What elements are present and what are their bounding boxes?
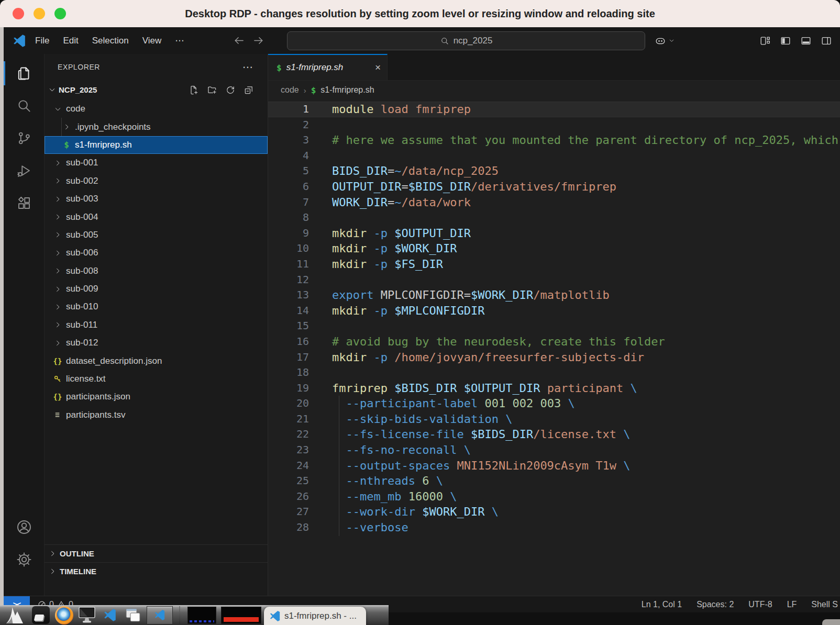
tree-item-participants.json[interactable]: {}participants.json	[45, 388, 268, 406]
tab-s1-fmriprep[interactable]: $ s1-fmriprep.sh ×	[268, 54, 388, 80]
activity-run-debug-button[interactable]	[4, 154, 44, 187]
code-line-11[interactable]: 11mkdir -p $FS_DIR	[268, 256, 840, 272]
code-line-1[interactable]: 1module load fmriprep	[268, 102, 840, 117]
toggle-primary-sidebar-icon[interactable]	[780, 35, 791, 47]
window-preview-1[interactable]	[187, 607, 216, 624]
menu-file[interactable]: File	[35, 36, 49, 46]
tree-item-license.txt[interactable]: license.txt	[45, 370, 268, 388]
tree-item-dataset_description.json[interactable]: {}dataset_description.json	[45, 352, 268, 370]
status-lf[interactable]: LF	[787, 600, 797, 609]
code-line-3[interactable]: 3# here we assume that you mounted the p…	[268, 132, 840, 148]
tree-item-sub-009[interactable]: sub-009	[45, 280, 268, 298]
code-line-19[interactable]: 19fmriprep $BIDS_DIR $OUTPUT_DIR partici…	[268, 381, 840, 396]
toggle-secondary-sidebar-icon[interactable]	[821, 35, 832, 47]
code-line-21[interactable]: 21 --skip-bids-validation \	[268, 411, 840, 427]
tree-item-sub-004[interactable]: sub-004	[45, 208, 268, 226]
tree-item-sub-002[interactable]: sub-002	[45, 172, 268, 190]
code-line-18[interactable]: 18	[268, 365, 840, 381]
activity-settings-button[interactable]	[4, 543, 44, 576]
views-more-actions-icon[interactable]: ⋯	[242, 61, 254, 73]
timeline-panel-header[interactable]: TIMELINE	[45, 562, 268, 580]
code-line-14[interactable]: 14mkdir -p $MPLCONFIGDIR	[268, 303, 840, 319]
code-line-6[interactable]: 6OUTPUT_DIR=$BIDS_DIR/derivatives/fmripr…	[268, 179, 840, 195]
firefox-icon[interactable]	[52, 605, 75, 625]
status-shell[interactable]: Shell S	[811, 600, 838, 609]
code-line-9[interactable]: 9mkdir -p $OUTPUT_DIR	[268, 226, 840, 241]
tree-item-sub-001[interactable]: sub-001	[45, 154, 268, 172]
breadcrumb[interactable]: code › $ s1-fmriprep.sh	[268, 80, 840, 100]
tree-item-sub-010[interactable]: sub-010	[45, 298, 268, 316]
close-window-button[interactable]	[13, 8, 24, 19]
menu-selection[interactable]: Selection	[92, 36, 129, 46]
code-line-28[interactable]: 28 --verbose	[268, 520, 840, 535]
tree-item-sub-005[interactable]: sub-005	[45, 226, 268, 244]
code-line-5[interactable]: 5BIDS_DIR=~/data/ncp_2025	[268, 163, 840, 179]
code-line-23[interactable]: 23 --fs-no-reconall \	[268, 442, 840, 458]
menu-edit[interactable]: Edit	[63, 36, 78, 46]
vscode-active-task-icon[interactable]	[147, 606, 173, 624]
vscode-launcher-icon[interactable]	[98, 605, 121, 625]
code-line-20[interactable]: 20 --participant-label 001 002 003 \	[268, 396, 840, 411]
window-stack-icon[interactable]	[121, 605, 145, 625]
display-settings-icon[interactable]	[75, 605, 98, 625]
window-preview-2[interactable]	[221, 607, 261, 624]
tree-item-.ipynb_checkpoints[interactable]: .ipynb_checkpoints	[45, 118, 268, 136]
status-spaces[interactable]: Spaces: 2	[697, 600, 734, 609]
forward-icon[interactable]	[252, 35, 264, 47]
code-line-26[interactable]: 26 --mem_mb 16000 \	[268, 489, 840, 505]
code-line-27[interactable]: 27 --work-dir $WORK_DIR \	[268, 504, 840, 520]
activity-source-control-button[interactable]	[4, 122, 44, 154]
tree-item-sub-012[interactable]: sub-012	[45, 334, 268, 352]
code-line-25[interactable]: 25 --nthreads 6 \	[268, 473, 840, 489]
code-line-17[interactable]: 17mkdir -p /home/jovyan/freesurfer-subje…	[268, 350, 840, 365]
tree-item-participants.tsv[interactable]: participants.tsv	[45, 406, 268, 424]
activity-search-button[interactable]	[4, 90, 44, 122]
activity-explorer-button[interactable]	[4, 57, 44, 90]
code-line-2[interactable]: 2	[268, 117, 840, 133]
new-file-icon[interactable]	[189, 85, 199, 95]
tree-item-sub-008[interactable]: sub-008	[45, 262, 268, 280]
tree-item-sub-003[interactable]: sub-003	[45, 190, 268, 208]
breadcrumb-file[interactable]: s1-fmriprep.sh	[320, 85, 374, 95]
file-manager-icon[interactable]	[29, 605, 52, 625]
code-line-24[interactable]: 24 --output-spaces MNI152NLin2009cAsym T…	[268, 458, 840, 474]
chevron-down-icon[interactable]	[668, 37, 675, 44]
copilot-icon[interactable]	[655, 35, 666, 47]
tree-item-s1-fmriprep.sh[interactable]: $s1-fmriprep.sh	[45, 136, 268, 154]
code-line-13[interactable]: 13export MPLCONFIGDIR=$WORK_DIR/matplotl…	[268, 287, 840, 303]
menu-view[interactable]: View	[142, 36, 162, 46]
taskbar-window-button[interactable]: s1-fmriprep.sh - ...	[264, 607, 366, 625]
status-utf-8[interactable]: UTF-8	[748, 600, 772, 609]
tree-item-sub-011[interactable]: sub-011	[45, 316, 268, 334]
activity-extensions-button[interactable]	[4, 187, 44, 219]
tree-item-sub-006[interactable]: sub-006	[45, 244, 268, 262]
customize-layout-icon[interactable]	[759, 35, 771, 47]
code-line-10[interactable]: 10mkdir -p $WORK_DIR	[268, 241, 840, 256]
toggle-panel-icon[interactable]	[800, 35, 812, 47]
code-line-12[interactable]: 12	[268, 272, 840, 288]
new-folder-icon[interactable]	[207, 85, 217, 95]
menu-[interactable]: ⋯	[175, 35, 184, 46]
back-icon[interactable]	[233, 35, 245, 47]
activity-account-button[interactable]	[4, 511, 44, 543]
maximize-window-button[interactable]	[54, 8, 66, 19]
outline-panel-header[interactable]: OUTLINE	[45, 544, 268, 562]
status-ln[interactable]: Ln 1, Col 1	[642, 600, 682, 609]
line-number: 4	[268, 148, 309, 164]
code-editor[interactable]: 1module load fmriprep23# here we assume …	[268, 100, 840, 596]
refresh-icon[interactable]	[225, 85, 236, 95]
minimize-window-button[interactable]	[34, 8, 45, 19]
close-tab-icon[interactable]: ×	[375, 62, 381, 73]
code-line-7[interactable]: 7WORK_DIR=~/data/work	[268, 195, 840, 210]
workspace-section-header[interactable]: NCP_2025	[45, 80, 268, 100]
launcher-icon[interactable]	[0, 605, 29, 625]
code-line-15[interactable]: 15	[268, 318, 840, 334]
code-line-8[interactable]: 8	[268, 210, 840, 226]
code-line-22[interactable]: 22 --fs-license-file $BIDS_DIR/license.t…	[268, 427, 840, 442]
tree-item-code[interactable]: code	[45, 100, 268, 118]
collapse-all-icon[interactable]	[244, 85, 254, 95]
code-line-4[interactable]: 4	[268, 148, 840, 164]
code-line-16[interactable]: 16# avoid bug by the neurodesk, create t…	[268, 334, 840, 350]
breadcrumb-folder[interactable]: code	[281, 85, 299, 95]
command-center-search[interactable]: ncp_2025	[287, 31, 645, 50]
